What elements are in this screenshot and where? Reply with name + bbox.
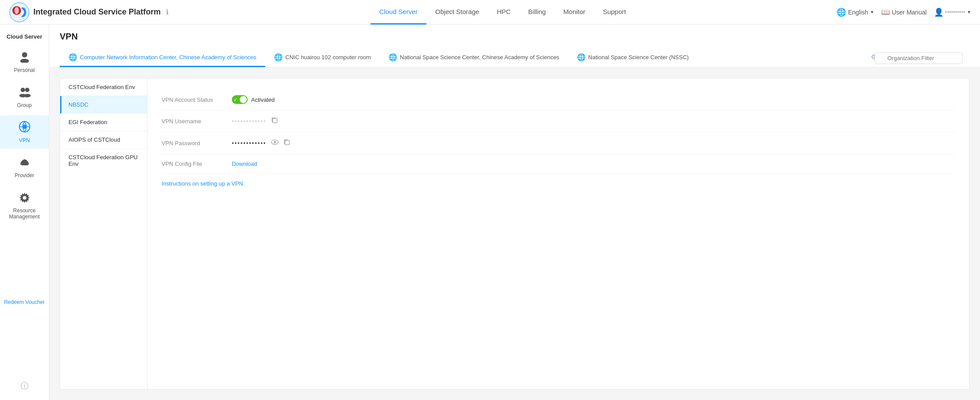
copy-username-button[interactable] bbox=[271, 117, 278, 125]
main-nav-links: Cloud Server Object Storage HPC Billing … bbox=[169, 0, 836, 25]
sidebar-info-icon[interactable]: ⓘ bbox=[17, 377, 32, 395]
toggle-check-icon: ✓ bbox=[234, 97, 238, 103]
vpn-details-panel: VPN Account Status ✓ Activated VPN User bbox=[148, 78, 969, 389]
vpn-password-row: VPN Password •••••••••••• bbox=[162, 132, 955, 154]
main-content: VPN 🌐 Computer Network Information Cente… bbox=[49, 25, 980, 400]
page-header: VPN 🌐 Computer Network Information Cente… bbox=[49, 25, 980, 68]
vpn-username-label: VPN Username bbox=[162, 118, 232, 125]
env-item-cstcloud-gpu[interactable]: CSTCloud Federation GPU Env bbox=[60, 149, 147, 172]
sidebar-title: Cloud Server bbox=[7, 30, 42, 45]
sidebar-item-personal[interactable]: Personal bbox=[0, 45, 49, 79]
user-manual-link[interactable]: 📖 User Manual bbox=[881, 8, 926, 16]
env-label-cstcloud-gpu: CSTCloud Federation GPU Env bbox=[68, 154, 138, 167]
sidebar-label-resource-management: Resource Management bbox=[4, 207, 45, 220]
env-item-cstcloud-federation[interactable]: CSTCloud Federation Env bbox=[60, 79, 147, 96]
tab-globe-icon-3: 🌐 bbox=[577, 53, 586, 61]
tab-globe-icon-2: 🌐 bbox=[389, 53, 397, 61]
toggle-thumb bbox=[240, 96, 247, 103]
vpn-password-dots: •••••••••••• bbox=[232, 140, 267, 146]
vpn-username-value: •••••••••••• bbox=[232, 117, 278, 125]
provider-icon bbox=[18, 156, 31, 171]
globe-icon: 🌐 bbox=[836, 7, 846, 17]
book-icon: 📖 bbox=[881, 8, 890, 16]
vpn-status-toggle[interactable]: ✓ bbox=[232, 95, 248, 104]
svg-point-13 bbox=[23, 196, 26, 200]
vpn-instructions-link[interactable]: Instructions on setting up a VPN. bbox=[162, 180, 245, 187]
show-password-button[interactable] bbox=[271, 138, 279, 148]
nav-support[interactable]: Support bbox=[594, 0, 635, 25]
svg-point-5 bbox=[21, 88, 25, 92]
top-navigation: Integrated Cloud Service Platform ℹ Clou… bbox=[0, 0, 980, 25]
vpn-username-masked: •••••••••••• bbox=[232, 118, 267, 125]
tab-label-3: National Space Science Center (NSSC) bbox=[588, 54, 689, 61]
user-info[interactable]: 👤 •••••••••• ▼ bbox=[934, 7, 971, 17]
status-text: Activated bbox=[251, 96, 274, 103]
tab-nssc[interactable]: 🌐 National Space Science Center (NSSC) bbox=[568, 49, 698, 67]
download-link[interactable]: Download bbox=[232, 161, 257, 167]
vpn-password-value: •••••••••••• bbox=[232, 138, 290, 148]
sidebar-label-personal: Personal bbox=[14, 67, 35, 73]
sidebar: Cloud Server Personal Group bbox=[0, 25, 49, 400]
nav-billing[interactable]: Billing bbox=[519, 0, 555, 25]
tab-cnic[interactable]: 🌐 Computer Network Information Center, C… bbox=[60, 49, 265, 67]
user-avatar-icon: 👤 bbox=[934, 7, 944, 17]
copy-password-button[interactable] bbox=[283, 139, 290, 147]
info-icon-sidebar: ⓘ bbox=[21, 382, 29, 390]
tab-nssc-cas[interactable]: 🌐 National Space Science Center, Chinese… bbox=[380, 49, 568, 67]
vpn-status-label: VPN Account Status bbox=[162, 96, 232, 103]
tab-globe-icon-0: 🌐 bbox=[68, 53, 77, 61]
tab-cnic-huairou[interactable]: 🌐 CNIC huairou 102 computer room bbox=[265, 49, 380, 67]
svg-point-16 bbox=[274, 141, 276, 143]
content-area: CSTCloud Federation Env NBSDC EGI Federa… bbox=[49, 68, 980, 400]
org-filter-wrap: 🔍 bbox=[868, 50, 969, 67]
vpn-config-value: Download bbox=[232, 161, 257, 167]
logo-area: Integrated Cloud Service Platform ℹ bbox=[9, 2, 169, 23]
toggle-track: ✓ bbox=[232, 95, 248, 104]
env-item-egi[interactable]: EGI Federation bbox=[60, 114, 147, 131]
language-label: English bbox=[848, 9, 868, 16]
vpn-config-row: VPN Config File Download bbox=[162, 154, 955, 174]
vpn-password-label: VPN Password bbox=[162, 140, 232, 146]
page-layout: Cloud Server Personal Group bbox=[0, 25, 980, 400]
vpn-config-label: VPN Config File bbox=[162, 161, 232, 167]
env-label-aiops: AIOPS of CSTCloud bbox=[68, 136, 120, 143]
env-label-cstcloud-federation: CSTCloud Federation Env bbox=[68, 84, 135, 90]
logo-icon bbox=[9, 2, 30, 23]
svg-point-2 bbox=[14, 7, 19, 14]
sidebar-item-resource-management[interactable]: Resource Management bbox=[0, 186, 49, 225]
svg-rect-14 bbox=[273, 118, 277, 123]
svg-point-6 bbox=[25, 88, 29, 92]
env-label-nbsdc: NBSDC bbox=[68, 101, 89, 108]
vpn-status-row: VPN Account Status ✓ Activated bbox=[162, 89, 955, 111]
nav-hpc[interactable]: HPC bbox=[488, 0, 519, 25]
app-title: Integrated Cloud Service Platform bbox=[33, 7, 161, 17]
sidebar-item-vpn[interactable]: VPN bbox=[0, 115, 49, 149]
page-title: VPN bbox=[60, 32, 969, 42]
svg-point-4 bbox=[20, 59, 29, 63]
svg-rect-17 bbox=[285, 140, 289, 145]
nav-object-storage[interactable]: Object Storage bbox=[426, 0, 488, 25]
svg-point-3 bbox=[22, 52, 27, 57]
personal-icon bbox=[18, 50, 31, 65]
env-label-egi: EGI Federation bbox=[68, 119, 107, 125]
tabs-row: 🌐 Computer Network Information Center, C… bbox=[60, 49, 969, 67]
sidebar-label-provider: Provider bbox=[14, 172, 34, 179]
group-icon bbox=[18, 86, 31, 100]
tab-label-2: National Space Science Center, Chinese A… bbox=[400, 54, 559, 61]
sidebar-item-group[interactable]: Group bbox=[0, 80, 49, 114]
sidebar-label-vpn: VPN bbox=[19, 137, 30, 143]
sidebar-item-provider[interactable]: Provider bbox=[0, 150, 49, 184]
svg-point-8 bbox=[24, 94, 31, 97]
env-item-aiops[interactable]: AIOPS of CSTCloud bbox=[60, 131, 147, 149]
vpn-username-row: VPN Username •••••••••••• bbox=[162, 111, 955, 132]
org-filter-input[interactable] bbox=[875, 52, 962, 64]
env-item-nbsdc[interactable]: NBSDC bbox=[60, 96, 147, 114]
chevron-down-icon: ▼ bbox=[870, 10, 874, 14]
nav-right: 🌐 English ▼ 📖 User Manual 👤 •••••••••• ▼ bbox=[836, 7, 971, 17]
vpn-status-value: ✓ Activated bbox=[232, 95, 274, 104]
nav-cloud-server[interactable]: Cloud Server bbox=[371, 0, 427, 25]
language-selector[interactable]: 🌐 English ▼ bbox=[836, 7, 874, 17]
nav-monitor[interactable]: Monitor bbox=[555, 0, 594, 25]
redeem-voucher-link[interactable]: Redeem Voucher bbox=[0, 296, 48, 309]
vpn-icon bbox=[18, 121, 31, 136]
